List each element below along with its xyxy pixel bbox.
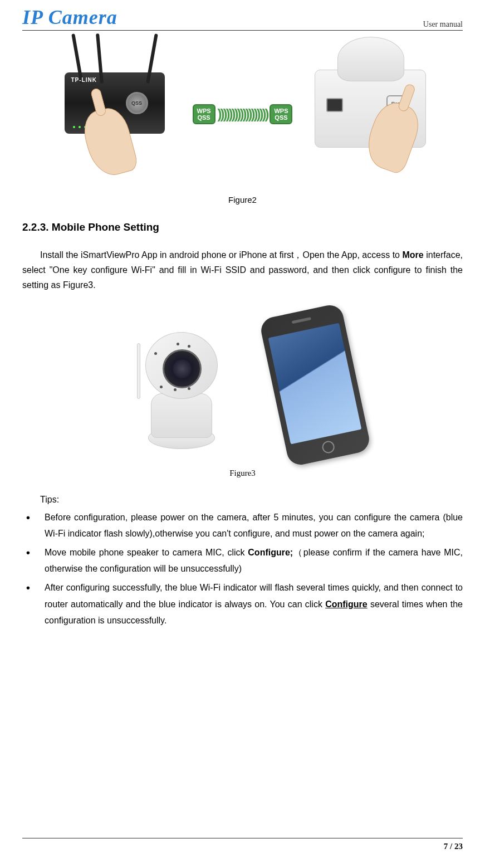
tips-list: Before configuration, please power on th… [22, 509, 463, 629]
logo: IP Camera [22, 6, 117, 29]
figure3-illustration [22, 310, 463, 460]
ptz-camera-image [129, 321, 229, 449]
page-header: IP Camera User manual [22, 6, 463, 31]
wps-badge-right: WPSQSS [270, 104, 292, 124]
list-item: After configuring successfully, the blue… [22, 579, 463, 629]
figure2-caption: Figure2 [22, 195, 463, 204]
signal-waves-icon: )))))))))))))))))) [218, 106, 268, 122]
page-footer: 7 / 23 [22, 838, 463, 851]
list-item: Move mobile phone speaker to camera MIC,… [22, 544, 463, 577]
list-item: Before configuration, please power on th… [22, 509, 463, 542]
section-heading: 2.2.3. Mobile Phone Setting [22, 221, 463, 233]
figure3-caption: Figure3 [22, 469, 463, 478]
page-number: 7 / 23 [444, 842, 463, 851]
hand-icon [370, 103, 426, 175]
wps-signal-icon: WPSQSS )))))))))))))))))) WPSQSS [193, 104, 293, 124]
hand-icon [87, 109, 143, 181]
router-brand-label: TP-LINK [71, 77, 97, 83]
wps-badge-left: WPSQSS [193, 104, 215, 124]
section-paragraph: Install the iSmartViewPro App in android… [22, 247, 463, 293]
phone-image [258, 303, 371, 467]
router-image: TP-LINK QSS [42, 42, 187, 187]
camera-image: Reset [298, 42, 443, 187]
doc-title: User manual [423, 20, 463, 29]
ethernet-port-icon [326, 98, 343, 112]
tips-label: Tips: [40, 495, 463, 505]
figure2-illustration: TP-LINK QSS WPSQSS )))))))))))))))))) WP… [22, 42, 463, 187]
